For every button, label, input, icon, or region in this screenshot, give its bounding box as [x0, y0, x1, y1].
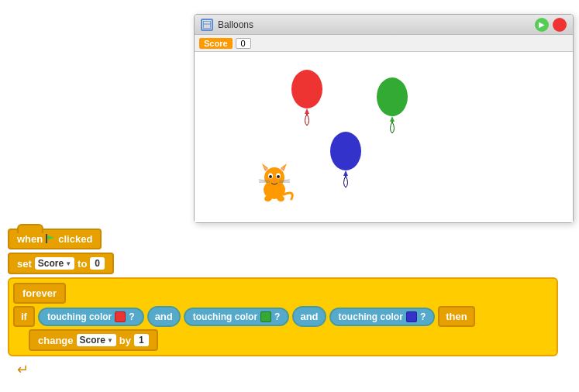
stop-button[interactable] — [553, 18, 567, 32]
change-score-var: Score — [80, 335, 105, 346]
dropdown-arrow: ▼ — [65, 260, 71, 267]
score-value: 0 — [236, 38, 251, 49]
window-icon — [201, 19, 213, 31]
then-block: then — [438, 306, 474, 327]
title-left: Balloons — [201, 19, 253, 31]
to-label: to — [78, 258, 87, 270]
window-titlebar: Balloons ▶ — [195, 15, 573, 35]
blocks-area: when clicked set Score ▼ to 0 — [8, 229, 566, 378]
score-label: Score — [199, 38, 233, 49]
touching-color-red-block[interactable]: touching color ? — [38, 308, 144, 326]
flag-icon — [46, 233, 55, 245]
score-dropdown[interactable]: Score ▼ — [35, 257, 74, 270]
window-title: Balloons — [218, 19, 253, 30]
scratch-cat — [253, 160, 299, 207]
forever-block[interactable]: forever — [13, 283, 66, 304]
balloon-red — [288, 67, 326, 129]
when-label: when — [17, 233, 43, 245]
balloon-blue — [326, 129, 365, 191]
if-label: if — [21, 311, 27, 322]
svg-point-6 — [330, 132, 361, 170]
and-label-1: and — [155, 311, 173, 322]
svg-point-2 — [291, 70, 322, 108]
and-block-1: and — [147, 306, 181, 327]
block-stack: when clicked set Score ▼ to 0 — [8, 229, 566, 378]
color-swatch-red[interactable] — [115, 311, 126, 322]
question-mark-2: ? — [274, 311, 280, 322]
scratch-window: Balloons ▶ Score 0 — [194, 14, 574, 223]
set-label: set — [17, 258, 32, 270]
svg-marker-3 — [305, 108, 309, 114]
change-score-block[interactable]: change Score ▼ by 1 — [29, 329, 158, 351]
stage-area — [195, 52, 573, 222]
question-mark-1: ? — [129, 311, 134, 322]
change-label: change — [38, 335, 74, 346]
and-block-2: and — [292, 306, 326, 327]
question-mark-3: ? — [420, 311, 426, 322]
window-controls: ▶ — [535, 18, 567, 32]
touching-color-green-block[interactable]: touching color ? — [184, 308, 290, 326]
touching-color-blue-label: touching color — [339, 311, 403, 322]
change-value: 1 — [134, 334, 149, 346]
set-value: 0 — [90, 257, 105, 270]
clicked-label: clicked — [58, 233, 92, 245]
svg-point-17 — [277, 175, 280, 178]
color-swatch-green[interactable] — [260, 311, 271, 322]
then-label-text: then — [446, 311, 467, 322]
svg-point-4 — [377, 77, 408, 116]
score-var-label: Score — [38, 258, 64, 269]
svg-point-16 — [269, 175, 272, 178]
forever-container: forever if touching color ? — [8, 277, 558, 356]
change-score-dropdown[interactable]: Score ▼ — [77, 334, 116, 346]
svg-rect-0 — [203, 21, 211, 29]
balloon-green — [373, 75, 412, 137]
svg-marker-5 — [390, 116, 395, 122]
touching-color-blue-block[interactable]: touching color ? — [329, 308, 436, 326]
and-label-2: and — [300, 311, 318, 322]
if-block[interactable]: if — [13, 306, 35, 327]
score-bar: Score 0 — [195, 35, 573, 52]
svg-marker-7 — [343, 170, 348, 176]
by-label: by — [119, 335, 131, 346]
when-clicked-block[interactable]: when clicked — [8, 229, 102, 249]
touching-color-red-label: touching color — [47, 311, 112, 322]
color-swatch-blue[interactable] — [406, 311, 417, 322]
return-arrow: ↵ — [17, 361, 566, 378]
green-flag-button[interactable]: ▶ — [535, 18, 549, 32]
set-score-block[interactable]: set Score ▼ to 0 — [8, 253, 114, 274]
forever-label: forever — [22, 287, 57, 299]
change-dropdown-arrow: ▼ — [107, 337, 113, 344]
touching-color-green-label: touching color — [193, 311, 257, 322]
if-row: if touching color ? and touching colo — [13, 306, 553, 327]
svg-point-18 — [273, 181, 276, 182]
